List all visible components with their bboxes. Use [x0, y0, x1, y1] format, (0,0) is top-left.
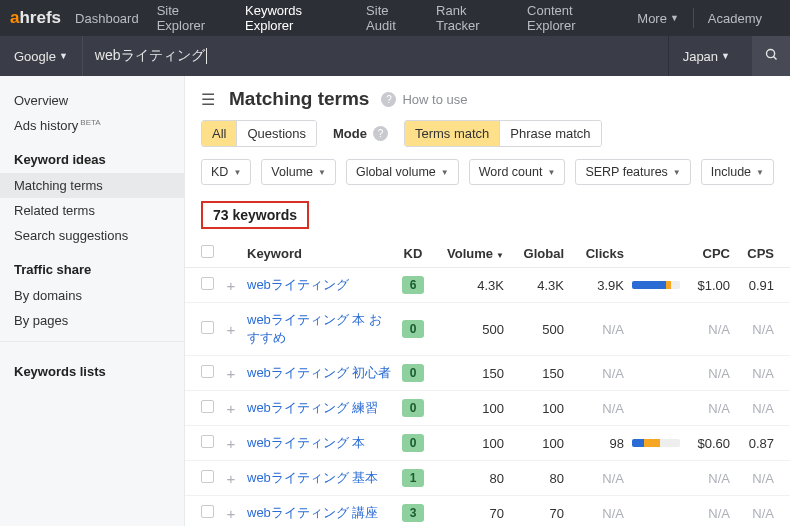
- col-clicks[interactable]: Clicks: [564, 246, 624, 261]
- search-button[interactable]: [752, 36, 790, 76]
- nav-site-audit[interactable]: Site Audit: [366, 3, 418, 33]
- table-row: +webライティング64.3K4.3K3.9K$1.000.91: [185, 268, 790, 303]
- search-bar: Google▼ webライティング Japan▼: [0, 36, 790, 76]
- sidebar-ideas-header: Keyword ideas: [0, 138, 184, 173]
- country-label: Japan: [683, 49, 718, 64]
- cell-cpc: N/A: [680, 322, 730, 337]
- kd-badge: 0: [402, 320, 424, 338]
- keyword-link[interactable]: webライティング 基本: [247, 470, 378, 485]
- expand-icon[interactable]: +: [221, 365, 241, 382]
- keyword-count: 73 keywords: [201, 201, 309, 229]
- row-checkbox[interactable]: [201, 321, 214, 334]
- expand-icon[interactable]: +: [221, 321, 241, 338]
- cell-clicks: 98: [564, 436, 624, 451]
- cell-global: 100: [504, 401, 564, 416]
- tab-group-mode: Terms match Phrase match: [404, 120, 602, 147]
- keyword-link[interactable]: webライティング: [247, 277, 349, 292]
- keyword-link[interactable]: webライティング 練習: [247, 400, 378, 415]
- table-row: +webライティング 本 おすすめ0500500N/AN/AN/A: [185, 303, 790, 356]
- how-to-use[interactable]: How to use: [402, 92, 467, 107]
- hamburger-icon[interactable]: ☰: [201, 90, 215, 109]
- cell-volume: 4.3K: [434, 278, 504, 293]
- tab-all[interactable]: All: [202, 121, 236, 146]
- cell-cpc: N/A: [680, 401, 730, 416]
- nav-content-explorer[interactable]: Content Explorer: [527, 3, 619, 33]
- clicks-bar: [632, 439, 680, 447]
- nav-more-label: More: [637, 11, 667, 26]
- row-checkbox[interactable]: [201, 277, 214, 290]
- table-row: +webライティング 本010010098$0.600.87: [185, 426, 790, 461]
- expand-icon[interactable]: +: [221, 277, 241, 294]
- row-checkbox[interactable]: [201, 400, 214, 413]
- cell-global: 70: [504, 506, 564, 521]
- tab-terms-match[interactable]: Terms match: [405, 121, 499, 146]
- nav-more[interactable]: More▼: [637, 11, 679, 26]
- sidebar-search-suggestions[interactable]: Search suggestions: [0, 223, 184, 248]
- keyword-link[interactable]: webライティング 本: [247, 435, 365, 450]
- cell-volume: 150: [434, 366, 504, 381]
- help-icon[interactable]: ?: [373, 126, 388, 141]
- col-cps[interactable]: CPS: [730, 246, 774, 261]
- cell-global: 150: [504, 366, 564, 381]
- cell-cps: 0.87: [730, 436, 774, 451]
- cell-cps: N/A: [730, 506, 774, 521]
- row-checkbox[interactable]: [201, 435, 214, 448]
- help-icon[interactable]: ?: [381, 92, 396, 107]
- col-global[interactable]: Global: [504, 246, 564, 261]
- keywords-table: Keyword KD Volume▼ Global Clicks CPC CPS…: [185, 239, 790, 526]
- nav-keywords-explorer[interactable]: Keywords Explorer: [245, 3, 348, 33]
- country-select[interactable]: Japan▼: [668, 36, 752, 76]
- cell-cps: N/A: [730, 322, 774, 337]
- keyword-link[interactable]: webライティング 本 おすすめ: [247, 312, 382, 345]
- filter-kd[interactable]: KD▼: [201, 159, 251, 185]
- row-checkbox[interactable]: [201, 365, 214, 378]
- select-all-checkbox[interactable]: [201, 245, 214, 258]
- chevron-down-icon: ▼: [233, 168, 241, 177]
- sidebar-related-terms[interactable]: Related terms: [0, 198, 184, 223]
- expand-icon[interactable]: +: [221, 435, 241, 452]
- kd-badge: 0: [402, 434, 424, 452]
- engine-select[interactable]: Google▼: [0, 36, 83, 76]
- main: ☰ Matching terms ? How to use All Questi…: [185, 76, 790, 526]
- nav-academy[interactable]: Academy: [708, 11, 762, 26]
- expand-icon[interactable]: +: [221, 505, 241, 522]
- sidebar-matching-terms[interactable]: Matching terms: [0, 173, 184, 198]
- row-checkbox[interactable]: [201, 505, 214, 518]
- engine-label: Google: [14, 49, 56, 64]
- col-keyword[interactable]: Keyword: [241, 246, 392, 261]
- sidebar-by-pages[interactable]: By pages: [0, 308, 184, 333]
- kd-badge: 3: [402, 504, 424, 522]
- tab-questions[interactable]: Questions: [236, 121, 316, 146]
- logo[interactable]: ahrefs: [10, 8, 61, 28]
- tab-phrase-match[interactable]: Phrase match: [499, 121, 600, 146]
- filter-global-volume[interactable]: Global volume▼: [346, 159, 459, 185]
- col-kd[interactable]: KD: [392, 246, 434, 261]
- filter-include[interactable]: Include▼: [701, 159, 774, 185]
- filter-volume[interactable]: Volume▼: [261, 159, 336, 185]
- chevron-down-icon: ▼: [670, 13, 679, 23]
- nav-rank-tracker[interactable]: Rank Tracker: [436, 3, 509, 33]
- expand-icon[interactable]: +: [221, 400, 241, 417]
- col-cpc[interactable]: CPC: [680, 246, 730, 261]
- keyword-link[interactable]: webライティング 初心者: [247, 365, 391, 380]
- cell-cpc: $0.60: [680, 436, 730, 451]
- row-checkbox[interactable]: [201, 470, 214, 483]
- keyword-input[interactable]: webライティング: [83, 36, 668, 76]
- col-volume[interactable]: Volume▼: [434, 246, 504, 261]
- filter-word-count[interactable]: Word count▼: [469, 159, 566, 185]
- svg-point-0: [766, 50, 774, 58]
- keyword-link[interactable]: webライティング 講座: [247, 505, 378, 520]
- expand-icon[interactable]: +: [221, 470, 241, 487]
- sidebar-overview[interactable]: Overview: [0, 88, 184, 113]
- sidebar-by-domains[interactable]: By domains: [0, 283, 184, 308]
- cell-clicks: N/A: [564, 366, 624, 381]
- text-cursor: [206, 48, 207, 64]
- nav-dashboard[interactable]: Dashboard: [75, 11, 139, 26]
- filter-serp-features[interactable]: SERP features▼: [575, 159, 690, 185]
- nav-site-explorer[interactable]: Site Explorer: [157, 3, 227, 33]
- mode-label: Mode: [333, 126, 367, 141]
- cell-clicks: N/A: [564, 506, 624, 521]
- kd-badge: 0: [402, 364, 424, 382]
- sidebar-ads-history[interactable]: Ads historyBETA: [0, 113, 184, 138]
- chevron-down-icon: ▼: [441, 168, 449, 177]
